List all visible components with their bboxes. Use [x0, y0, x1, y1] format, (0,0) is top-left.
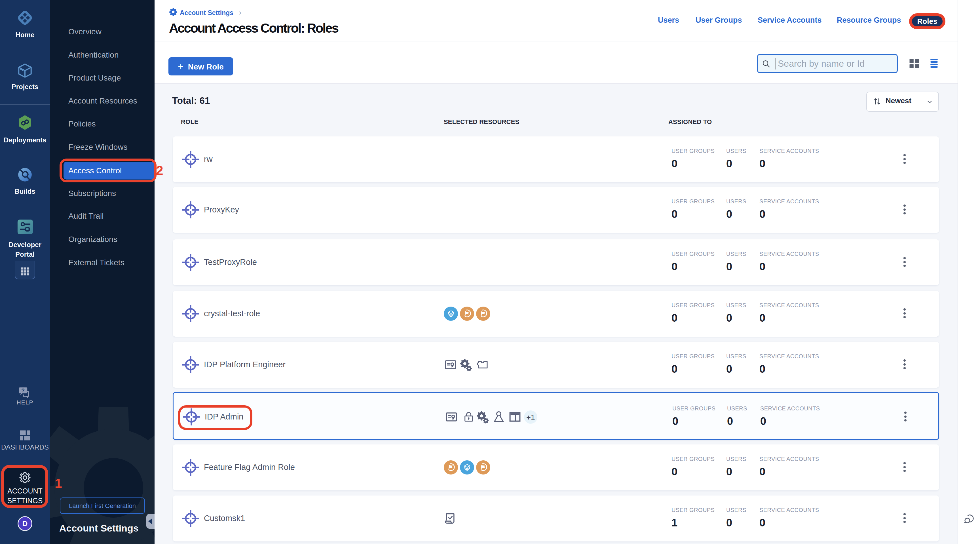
svg-text:?: ?: [21, 387, 25, 393]
